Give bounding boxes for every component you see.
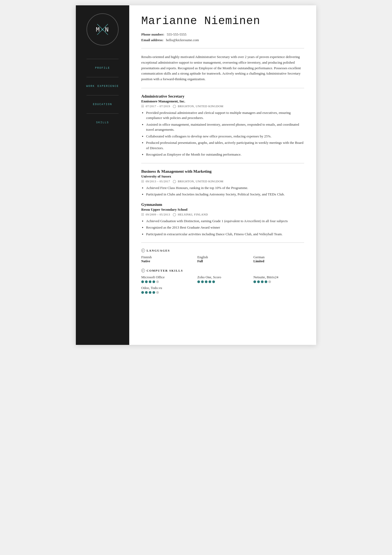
dot xyxy=(257,280,260,283)
dot xyxy=(209,280,211,283)
bullet-item: Assisted in office management, maintaine… xyxy=(146,122,304,132)
dot xyxy=(265,280,267,283)
comp-dots-1 xyxy=(141,280,192,283)
sidebar: M ✕ N PROFILE WORK EXPERIENCE EDUCATION … xyxy=(76,5,129,345)
languages-grid: Finnish Native English Full German Limit… xyxy=(141,255,304,263)
email-label: Email address: xyxy=(141,38,163,42)
comp-dots-2 xyxy=(197,280,248,283)
calendar-icon-edu-1: ☷ xyxy=(141,180,144,183)
sidebar-label-work: WORK EXPERIENCE xyxy=(84,83,121,90)
computer-skills-subsection: i COMPUTER SKILLS Microsoft Office xyxy=(141,269,304,294)
lang-level-english: Full xyxy=(197,259,248,263)
bullet-item: Collaborated with colleagues to develop … xyxy=(146,134,304,139)
divider-profile xyxy=(141,48,304,48)
profile-text: Results-oriented and highly motivated Ad… xyxy=(141,54,304,82)
sidebar-divider-1 xyxy=(87,59,119,59)
sidebar-divider-4 xyxy=(87,113,119,114)
avatar: M ✕ N xyxy=(87,13,119,45)
comp-skill-1: Microsoft Office xyxy=(141,275,192,283)
divider-work xyxy=(141,88,304,88)
lang-item-finnish: Finnish Native xyxy=(141,255,192,263)
dot xyxy=(156,291,159,294)
bullet-item: Provided professional administrative and… xyxy=(146,110,304,121)
location-icon-1: ◯ xyxy=(173,105,176,108)
email-value: hello@kickresume.com xyxy=(166,38,199,42)
edu-institution-1: University of Sussex xyxy=(141,174,304,179)
dot xyxy=(205,280,207,283)
edu-entry-1: Business & Management with Marketing Uni… xyxy=(141,169,304,197)
bullet-item: Participated in Clubs and Societies incl… xyxy=(146,192,304,197)
sidebar-label-profile: PROFILE xyxy=(92,64,113,72)
edu-date-1: 09/2013 – 05/2017 xyxy=(146,180,170,183)
dot xyxy=(212,280,215,283)
edu-degree-1: Business & Management with Marketing xyxy=(141,169,304,174)
divider-skills xyxy=(141,242,304,243)
avatar-x-icon xyxy=(92,19,113,40)
lang-name-finnish: Finnish xyxy=(141,255,192,259)
comp-dots-3 xyxy=(253,280,304,283)
calendar-icon-edu-2: ☷ xyxy=(141,213,144,216)
education-section: Business & Management with Marketing Uni… xyxy=(141,169,304,237)
company-name-1: Ennismore Management, Inc. xyxy=(141,99,304,103)
dot xyxy=(152,280,155,283)
job-entry-1: Administrative Secretary Ennismore Manag… xyxy=(141,94,304,157)
lang-name-english: English xyxy=(197,255,248,259)
edu-institution-2: Ressu Upper Secondary School xyxy=(141,207,304,212)
sidebar-label-skills: SKILLS xyxy=(93,119,112,126)
languages-subsection: i LANGUAGES Finnish Native English Full … xyxy=(141,249,304,263)
job-meta-1: ☷ 07/2017 – 07/2019 ◯ BRIGHTON, UNITED K… xyxy=(141,105,304,108)
info-icon-lang: i xyxy=(141,249,145,252)
phone-row: Phone number: 555-555-5555 xyxy=(141,32,304,37)
dot xyxy=(145,291,148,294)
comp-skill-2: Zoho One, Scoro xyxy=(197,275,248,283)
location-icon-edu-2: ◯ xyxy=(173,213,176,216)
comp-name-4: Odoo, Todo.vu xyxy=(141,286,304,290)
job-title-1: Administrative Secretary xyxy=(141,94,304,99)
dot xyxy=(201,280,204,283)
location-icon-edu-1: ◯ xyxy=(173,180,176,183)
dot xyxy=(156,280,159,283)
lang-name-german: German xyxy=(253,255,304,259)
job-date-1: 07/2017 – 07/2019 xyxy=(146,105,170,108)
phone-value: 555-555-5555 xyxy=(167,32,187,36)
comp-name-3: Netsuite, Bitrix24 xyxy=(253,275,304,279)
dot xyxy=(261,280,264,283)
sidebar-divider-2 xyxy=(87,77,119,77)
comp-dots-4 xyxy=(141,291,304,294)
sidebar-label-education: EDUCATION xyxy=(90,101,115,108)
profile-section: Results-oriented and highly motivated Ad… xyxy=(141,54,304,82)
dot xyxy=(149,291,151,294)
phone-label: Phone number: xyxy=(141,32,164,36)
edu-date-2: 09/2009 – 05/2013 xyxy=(146,213,170,216)
skills-section: i LANGUAGES Finnish Native English Full … xyxy=(141,249,304,294)
lang-level-finnish: Native xyxy=(141,259,192,263)
languages-header: i LANGUAGES xyxy=(141,249,304,252)
dot xyxy=(149,280,151,283)
info-icon-comp: i xyxy=(141,269,145,272)
comp-name-2: Zoho One, Scoro xyxy=(197,275,248,279)
edu-meta-2: ☷ 09/2009 – 05/2013 ◯ HELSINKI, FINLAND xyxy=(141,213,304,216)
bullet-item: Recognized as the 2013 Best Graduate Awa… xyxy=(146,225,304,230)
lang-item-german: German Limited xyxy=(253,255,304,263)
edu-degree-2: Gymnasium xyxy=(141,202,304,207)
job-location-1: BRIGHTON, UNITED KINGDOM xyxy=(178,105,224,108)
bullet-item: Recognized as Employee of the Month for … xyxy=(146,152,304,157)
comp-name-1: Microsoft Office xyxy=(141,275,192,279)
computer-skills-grid: Microsoft Office Zoho One, Scoro xyxy=(141,275,304,283)
lang-item-english: English Full xyxy=(197,255,248,263)
dot xyxy=(253,280,256,283)
edu-location-2: HELSINKI, FINLAND xyxy=(178,213,208,216)
bullet-item: Participated in extracurricular activiti… xyxy=(146,232,304,237)
dot xyxy=(197,280,200,283)
bullet-item: Achieved Graduation with Distinction, ea… xyxy=(146,218,304,224)
dot xyxy=(145,280,148,283)
lang-level-german: Limited xyxy=(253,259,304,263)
sidebar-divider-3 xyxy=(87,95,119,95)
bullet-item: Produced professional presentations, gra… xyxy=(146,140,304,151)
resume-container: M ✕ N PROFILE WORK EXPERIENCE EDUCATION … xyxy=(76,5,316,345)
comp-skill-4-row: Odoo, Todo.vu xyxy=(141,286,304,294)
dot xyxy=(152,291,155,294)
dot xyxy=(268,280,271,283)
bullet-item: Achieved First Class Honours, ranking in… xyxy=(146,185,304,191)
dot xyxy=(141,280,144,283)
